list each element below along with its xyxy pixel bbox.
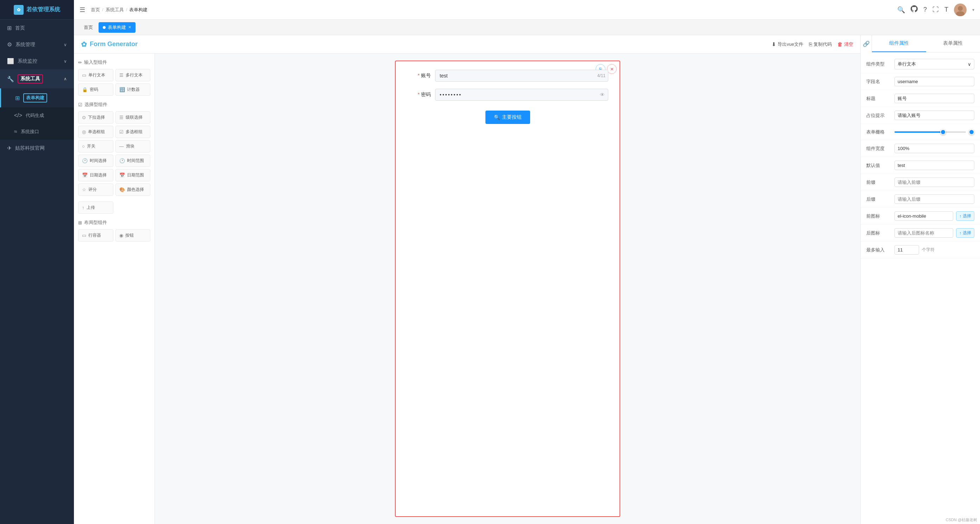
main-button[interactable]: 🔍 主要按钮 [485,111,530,124]
sidebar-item-monitor[interactable]: ⬜ 系统监控 ∨ [0,53,74,69]
code-icon: </> [14,112,22,119]
canvas-delete-btn[interactable]: ✕ [607,64,617,74]
comp-switch[interactable]: ○ 开关 [78,140,113,153]
upload-grid: ↑ 上传 [78,201,150,214]
system-icon: ⚙ [7,41,12,48]
form-builder-title-text: Form Generator [90,40,138,48]
title-input[interactable] [894,94,974,103]
comp-single-text[interactable]: ▭ 单行文本 [78,69,113,81]
password-icon: 🔒 [82,87,88,92]
breadcrumb-tools[interactable]: 系统工具 [106,7,124,13]
comp-radio[interactable]: ◎ 单选框组 [78,126,113,138]
search-icon[interactable]: 🔍 [897,6,905,14]
comp-upload[interactable]: ↑ 上传 [78,201,113,214]
default-value-input[interactable] [894,161,974,170]
comp-label: 上传 [87,205,95,210]
title-wrap [894,94,974,103]
comp-button[interactable]: ◉ 按钮 [115,229,151,242]
comp-dropdown[interactable]: ⊙ 下拉选择 [78,111,113,124]
menu-toggle-icon[interactable]: ☰ [80,6,85,14]
sidebar-item-code-gen[interactable]: </> 代码生成 [0,107,74,124]
account-input[interactable] [435,70,608,82]
tab-home[interactable]: 首页 [80,22,97,33]
sidebar-item-api[interactable]: ≈ 系统接口 [0,124,74,140]
comp-color[interactable]: 🎨 颜色选择 [115,183,151,196]
form-canvas: ⎘ ✕ 账号 4/11 密码 [155,54,860,524]
comp-label: 开关 [87,143,95,149]
comp-slider[interactable]: — 滑块 [115,140,151,153]
append-icon-select-btn[interactable]: ↑ 选择 [956,228,974,238]
comp-label: 评分 [88,186,97,193]
append-input[interactable] [894,194,974,204]
comp-cascade[interactable]: ☰ 级联选择 [115,111,151,124]
max-input-field[interactable] [894,245,919,255]
comp-date-range[interactable]: 📅 日期范围 [115,169,151,182]
form-builder-header: ✿ Form Generator ⬇ 导出vue文件 ⎘ 复制代码 🗑 清空 [74,35,860,54]
grid-span-label: 表单栅格 [866,129,894,135]
input-group-icon: ✏ [78,60,82,65]
github-icon[interactable] [911,5,918,14]
eye-icon[interactable]: 👁 [600,92,605,97]
prepend-icon-input[interactable] [894,211,953,221]
prepend-icon-wrap: ↑ 选择 [894,211,974,221]
user-dropdown-icon[interactable]: ▾ [972,7,974,12]
comp-multi-text[interactable]: ☰ 多行文本 [115,69,151,81]
prepend-icon-select-btn[interactable]: ↑ 选择 [956,211,974,221]
cascade-icon: ☰ [119,115,124,120]
props-tabs: 组件属性 表单属性 [872,35,980,53]
component-type-select[interactable]: 单行文本 ∨ [894,59,974,69]
comp-time-range[interactable]: 🕐 时间范围 [115,154,151,167]
append-icon-input[interactable] [894,228,953,238]
field-name-wrap [894,77,974,86]
select-group-title: ☑ 选择型组件 [78,102,150,108]
sidebar: ✿ 若依管理系统 ⊞ 首页 ⚙ 系统管理 ∨ ⬜ 系统监控 ∨ 🔧 系统工具 ∧… [0,0,74,524]
password-input[interactable] [435,89,608,101]
comp-row-container[interactable]: ▭ 行容器 [78,229,113,242]
rating-icon: ☆ [82,187,86,192]
prop-field-name: 字段名 [861,73,980,90]
breadcrumb-home[interactable]: 首页 [91,7,100,13]
input-group-title: ✏ 输入型组件 [78,59,150,65]
tab-close-icon[interactable]: ✕ [128,25,131,30]
comp-time-picker[interactable]: 🕐 时间选择 [78,154,113,167]
comp-counter[interactable]: 🔢 计数器 [115,83,151,96]
append-wrap [894,194,974,204]
comp-label: 颜色选择 [127,186,144,193]
comp-checkbox[interactable]: ☑ 多选框组 [115,126,151,138]
svg-point-1 [958,6,963,11]
props-content: 组件类型 单行文本 ∨ 字段名 标题 [861,53,980,524]
font-icon[interactable]: T [945,6,948,13]
fullscreen-icon[interactable]: ⛶ [932,6,939,13]
width-input[interactable] [894,144,974,153]
layout-group-title: ⊞ 布局型组件 [78,220,150,226]
clear-btn[interactable]: 🗑 清空 [837,41,853,48]
export-btn[interactable]: ⬇ 导出vue文件 [772,41,803,48]
sidebar-item-tools[interactable]: 🔧 系统工具 ∧ [0,69,74,88]
breadcrumb-current[interactable]: 表单构建 [129,7,148,13]
help-icon[interactable]: ? [923,6,927,13]
tab-form-props[interactable]: 表单属性 [926,35,980,52]
user-avatar[interactable] [954,3,967,16]
main-button-label: 主要按钮 [502,114,522,120]
placeholder-input[interactable] [894,111,974,120]
tab-form-builder[interactable]: 表单构建 ✕ [99,22,135,33]
max-input-wrap: 个字符 [894,245,974,255]
comp-password[interactable]: 🔒 密码 [78,83,113,96]
sidebar-item-website[interactable]: ✈ 姑苏科技官网 [0,140,74,156]
comp-date-picker[interactable]: 📅 日期选择 [78,169,113,182]
clear-label: 清空 [844,41,853,48]
grid-span-slider[interactable] [894,131,966,133]
prepend-input[interactable] [894,177,974,187]
append-icon-label: 后图标 [866,230,894,236]
field-name-input[interactable] [894,77,974,86]
form-builder-panel: ✿ Form Generator ⬇ 导出vue文件 ⎘ 复制代码 🗑 清空 [74,35,860,524]
tab-component-props[interactable]: 组件属性 [872,35,926,52]
comp-rating[interactable]: ☆ 评分 [78,183,113,196]
breadcrumb-sep: / [102,7,103,12]
sidebar-item-system[interactable]: ⚙ 系统管理 ∨ [0,36,74,53]
dropdown-icon: ⊙ [82,115,86,120]
sidebar-item-form-builder[interactable]: ⊞ 表单构建 [0,88,74,107]
copy-btn[interactable]: ⎘ 复制代码 [809,41,832,48]
sidebar-item-home[interactable]: ⊞ 首页 [0,20,74,36]
field-name-label: 字段名 [866,78,894,85]
